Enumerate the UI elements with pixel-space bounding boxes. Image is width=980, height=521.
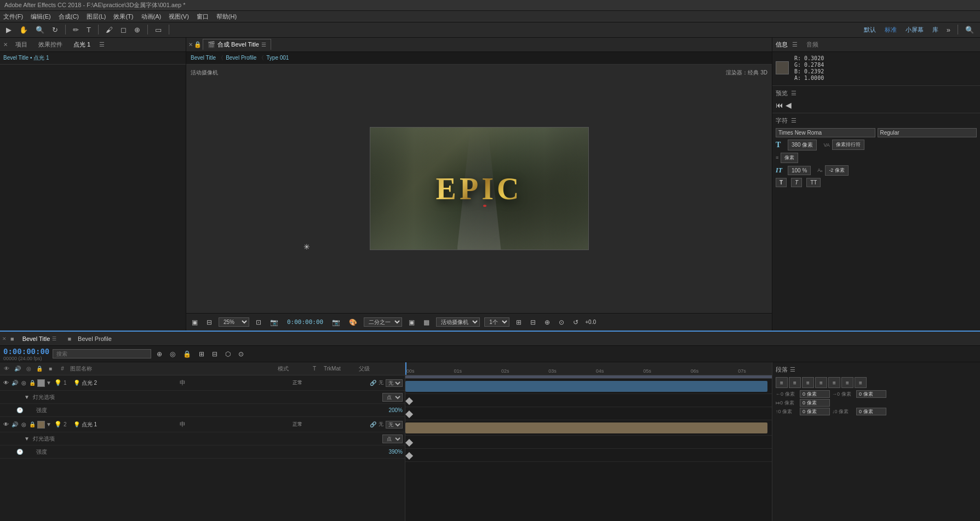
tl-comp[interactable]: ⊞ [197,349,207,359]
fit-btn[interactable]: ⊡ [254,317,263,327]
motion-blur-btn[interactable]: ⊙ [557,317,566,327]
pen-tool[interactable]: ✏ [70,25,82,35]
menu-effect[interactable]: 效果(T) [113,13,133,21]
render-btn[interactable]: ▣ [406,317,417,327]
para-align-right[interactable]: ≡ [802,377,814,388]
preset-library[interactable]: 库 [929,25,942,35]
layer1-lock[interactable]: 🔒 [28,380,36,386]
para-align-justify-r[interactable]: ≡ [855,377,867,388]
breadcrumb-type001[interactable]: Type 001 [266,55,289,61]
font-size-value[interactable]: 380 像素 [788,140,817,150]
resolution-dropdown[interactable]: 二分之一 完整 三分之一 [364,317,402,327]
layer2-intensity-value[interactable]: 390% [388,449,403,455]
search-btn[interactable]: 🔍 [962,25,977,35]
layer-path-item[interactable]: Bevel Title • 点光 1 [3,55,49,61]
layer2-lock[interactable]: 🔒 [28,421,36,427]
para-margin-left-input[interactable] [800,390,830,398]
menu-edit[interactable]: 编辑(E) [31,13,51,21]
font-spacing-value[interactable]: 像素 [781,153,798,163]
breadcrumb-bevel-profile[interactable]: Bevel Profile [226,55,256,61]
layer1-expand2[interactable]: ▼ [24,394,30,400]
layer1-mode[interactable]: 正常 [293,379,323,386]
comp-tab-close[interactable]: ✕ [188,42,193,48]
layer1-sw1[interactable]: 申 [179,379,186,387]
trans-btn[interactable]: ▦ [421,317,432,327]
menu-window[interactable]: 窗口 [197,13,209,21]
draft-btn[interactable]: ⊕ [542,317,552,327]
track-row-1[interactable] [405,379,772,394]
preview-back[interactable]: ◀ [786,101,792,109]
menu-help[interactable]: 帮助(H) [216,13,237,21]
font-style-input[interactable] [878,128,977,137]
tl-flow[interactable]: ⊟ [210,349,220,359]
layer2-light-type[interactable]: 点 [382,435,403,443]
menu-layer[interactable]: 图层(L) [87,13,106,21]
font-bold-btn[interactable]: T [776,178,787,187]
viewer-grid-btn[interactable]: ⊟ [204,317,214,327]
font-section-menu[interactable]: ☰ [791,117,796,124]
font-scale-value[interactable]: 100 % [788,166,811,175]
tab-effects[interactable]: 效果控件 [34,39,67,50]
font-italic-btn[interactable]: T [791,178,802,187]
layer2-mode[interactable]: 正常 [293,421,323,428]
clone-tool[interactable]: ⊕ [131,25,143,35]
text-tool[interactable]: T [84,25,94,35]
comp-tab-menu[interactable]: ☰ [261,42,266,48]
reset-btn[interactable]: ↺ [571,317,581,327]
tl-solo[interactable]: ◎ [168,349,177,359]
camera-select[interactable]: 活动摄像机 [436,317,480,327]
keyframe-1a[interactable] [405,397,413,405]
preset-small-screen[interactable]: 小屏幕 [902,25,927,35]
rotate-tool[interactable]: ↻ [49,25,61,35]
para-align-justify[interactable]: ≡ [815,377,827,388]
font-tracking-value[interactable]: 像素排行符 [832,140,864,150]
layer1-expand[interactable]: ▼ [46,380,53,386]
panel-close[interactable]: ✕ [3,42,8,48]
layer2-name[interactable]: 💡 点光 1 [73,421,177,429]
layer1-stopwatch[interactable]: 🕐 [16,407,33,413]
info-menu[interactable]: ☰ [792,41,798,48]
tl-tab-bevel-title[interactable]: Bevel Title ☰ [18,334,61,343]
keyframe-1b[interactable] [405,410,413,418]
track-row-2[interactable] [405,420,772,436]
layer1-intensity-value[interactable]: 200% [388,407,403,413]
tl-lock[interactable]: 🔒 [181,349,193,359]
tl-draft[interactable]: ⊙ [236,349,246,359]
tab-audio[interactable]: 音频 [806,40,818,49]
font-baseline-value[interactable]: -2 像素 [825,165,849,176]
font-name-input[interactable] [776,128,875,137]
tl-tab-close-inner[interactable]: ☰ [52,336,56,341]
layer1-light-type[interactable]: 点 [382,393,403,402]
para-space-before-input[interactable] [800,408,830,415]
preset-standard[interactable]: 标准 [881,25,900,35]
para-align-left[interactable]: ≡ [776,377,788,388]
comp-tab-bevel[interactable]: 🎬 合成 Bevel Title ☰ [203,39,271,50]
panel-menu[interactable]: ☰ [99,41,105,48]
menu-compose[interactable]: 合成(C) [59,13,79,21]
para-align-justify-c[interactable]: ≡ [841,377,853,388]
zoom-dropdown[interactable]: 25% 50% 100% [219,317,249,327]
layer1-vis[interactable]: 👁 [2,380,10,386]
layer1-name[interactable]: 💡 点光 2 [73,379,177,387]
layer2-solo[interactable]: ◎ [20,421,27,427]
color-btn[interactable]: 🎨 [347,317,359,327]
timeline-search[interactable] [53,349,151,358]
tab-info[interactable]: 信息 [776,40,788,49]
tab-project[interactable]: 项目 [11,39,32,50]
tl-mask[interactable]: ⬡ [223,349,233,359]
camera-btn[interactable]: 📷 [330,317,342,327]
font-tt-btn[interactable]: TT [806,178,821,187]
layer1-solo[interactable]: ◎ [20,380,27,386]
preview-menu[interactable]: ☰ [791,90,796,97]
breadcrumb-bevel-title[interactable]: Bevel Title [191,55,216,61]
timeline-time[interactable]: 0:00:00:00 [3,347,49,356]
zoom-tool[interactable]: 🔍 [33,25,47,35]
para-indent-input[interactable] [800,399,830,407]
layer2-parent-select[interactable]: 无 [386,421,403,429]
shape-tool[interactable]: ▭ [152,25,164,35]
playhead[interactable] [405,362,406,375]
view-count-select[interactable]: 1个 [484,317,509,327]
layer2-audio[interactable]: 🔊 [11,421,19,427]
menu-animation[interactable]: 动画(A) [141,13,162,21]
para-align-center[interactable]: ≡ [789,377,801,388]
